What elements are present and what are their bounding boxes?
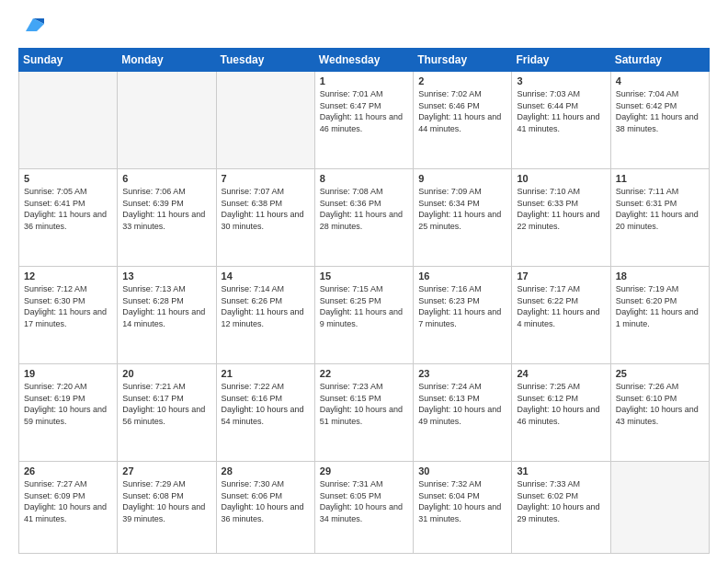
calendar-cell: 13Sunrise: 7:13 AMSunset: 6:28 PMDayligh… bbox=[118, 267, 216, 364]
day-number: 22 bbox=[320, 368, 408, 379]
day-info: Sunrise: 7:17 AMSunset: 6:22 PMDaylight:… bbox=[517, 283, 605, 329]
day-info: Sunrise: 7:06 AMSunset: 6:39 PMDaylight:… bbox=[122, 186, 210, 232]
day-info: Sunrise: 7:22 AMSunset: 6:16 PMDaylight:… bbox=[222, 381, 310, 427]
day-info: Sunrise: 7:01 AMSunset: 6:47 PMDaylight:… bbox=[320, 88, 408, 134]
day-info: Sunrise: 7:08 AMSunset: 6:36 PMDaylight:… bbox=[320, 186, 408, 232]
day-number: 13 bbox=[122, 270, 210, 282]
calendar-week-3: 19Sunrise: 7:20 AMSunset: 6:19 PMDayligh… bbox=[19, 364, 710, 462]
day-number: 6 bbox=[122, 173, 210, 184]
calendar-cell: 7Sunrise: 7:07 AMSunset: 6:38 PMDaylight… bbox=[216, 169, 314, 267]
col-header-friday: Friday bbox=[512, 49, 610, 72]
calendar-cell: 29Sunrise: 7:31 AMSunset: 6:05 PMDayligh… bbox=[314, 462, 413, 554]
calendar-cell: 4Sunrise: 7:04 AMSunset: 6:42 PMDaylight… bbox=[610, 72, 709, 169]
calendar-cell: 10Sunrise: 7:10 AMSunset: 6:33 PMDayligh… bbox=[512, 169, 610, 267]
day-number: 30 bbox=[418, 465, 506, 477]
calendar-cell: 27Sunrise: 7:29 AMSunset: 6:08 PMDayligh… bbox=[118, 462, 216, 554]
col-header-saturday: Saturday bbox=[610, 49, 709, 72]
day-number: 23 bbox=[418, 368, 506, 379]
day-info: Sunrise: 7:13 AMSunset: 6:28 PMDaylight:… bbox=[122, 283, 210, 329]
calendar-cell: 8Sunrise: 7:08 AMSunset: 6:36 PMDaylight… bbox=[314, 169, 413, 267]
day-number: 5 bbox=[24, 173, 112, 184]
calendar-cell: 23Sunrise: 7:24 AMSunset: 6:13 PMDayligh… bbox=[414, 364, 512, 462]
logo bbox=[18, 15, 48, 40]
calendar-cell: 21Sunrise: 7:22 AMSunset: 6:16 PMDayligh… bbox=[216, 364, 314, 462]
day-info: Sunrise: 7:32 AMSunset: 6:04 PMDaylight:… bbox=[418, 478, 506, 524]
page: SundayMondayTuesdayWednesdayThursdayFrid… bbox=[0, 0, 728, 563]
day-info: Sunrise: 7:19 AMSunset: 6:20 PMDaylight:… bbox=[616, 283, 704, 329]
calendar-cell: 6Sunrise: 7:06 AMSunset: 6:39 PMDaylight… bbox=[118, 169, 216, 267]
calendar-cell: 15Sunrise: 7:15 AMSunset: 6:25 PMDayligh… bbox=[314, 267, 413, 364]
day-info: Sunrise: 7:27 AMSunset: 6:09 PMDaylight:… bbox=[24, 478, 112, 524]
day-number: 20 bbox=[122, 368, 210, 379]
calendar-cell: 22Sunrise: 7:23 AMSunset: 6:15 PMDayligh… bbox=[314, 364, 413, 462]
calendar-cell: 9Sunrise: 7:09 AMSunset: 6:34 PMDaylight… bbox=[414, 169, 512, 267]
day-number: 15 bbox=[320, 270, 408, 282]
calendar-cell: 31Sunrise: 7:33 AMSunset: 6:02 PMDayligh… bbox=[512, 462, 610, 554]
day-number: 2 bbox=[418, 75, 506, 86]
day-info: Sunrise: 7:07 AMSunset: 6:38 PMDaylight:… bbox=[222, 186, 310, 232]
calendar-cell: 20Sunrise: 7:21 AMSunset: 6:17 PMDayligh… bbox=[118, 364, 216, 462]
day-number: 11 bbox=[616, 173, 704, 184]
col-header-sunday: Sunday bbox=[19, 49, 118, 72]
day-number: 4 bbox=[616, 75, 704, 86]
day-info: Sunrise: 7:30 AMSunset: 6:06 PMDaylight:… bbox=[222, 478, 310, 524]
calendar-cell: 19Sunrise: 7:20 AMSunset: 6:19 PMDayligh… bbox=[19, 364, 118, 462]
day-number: 19 bbox=[24, 368, 112, 379]
header bbox=[18, 15, 710, 40]
calendar-cell bbox=[19, 72, 118, 169]
col-header-tuesday: Tuesday bbox=[216, 49, 314, 72]
calendar-cell: 12Sunrise: 7:12 AMSunset: 6:30 PMDayligh… bbox=[19, 267, 118, 364]
day-info: Sunrise: 7:24 AMSunset: 6:13 PMDaylight:… bbox=[418, 381, 506, 427]
calendar-week-2: 12Sunrise: 7:12 AMSunset: 6:30 PMDayligh… bbox=[19, 267, 710, 364]
calendar-cell: 16Sunrise: 7:16 AMSunset: 6:23 PMDayligh… bbox=[414, 267, 512, 364]
day-info: Sunrise: 7:23 AMSunset: 6:15 PMDaylight:… bbox=[320, 381, 408, 427]
logo-icon bbox=[18, 15, 44, 40]
calendar-cell bbox=[610, 462, 709, 554]
day-number: 16 bbox=[418, 270, 506, 282]
day-info: Sunrise: 7:02 AMSunset: 6:46 PMDaylight:… bbox=[418, 88, 506, 134]
col-header-monday: Monday bbox=[118, 49, 216, 72]
day-info: Sunrise: 7:31 AMSunset: 6:05 PMDaylight:… bbox=[320, 478, 408, 524]
day-info: Sunrise: 7:11 AMSunset: 6:31 PMDaylight:… bbox=[616, 186, 704, 232]
day-number: 7 bbox=[222, 173, 310, 184]
calendar-cell: 11Sunrise: 7:11 AMSunset: 6:31 PMDayligh… bbox=[610, 169, 709, 267]
day-info: Sunrise: 7:21 AMSunset: 6:17 PMDaylight:… bbox=[122, 381, 210, 427]
calendar-cell: 17Sunrise: 7:17 AMSunset: 6:22 PMDayligh… bbox=[512, 267, 610, 364]
day-number: 26 bbox=[24, 465, 112, 477]
day-number: 24 bbox=[517, 368, 605, 379]
calendar-table: SundayMondayTuesdayWednesdayThursdayFrid… bbox=[18, 48, 710, 554]
calendar-header-row: SundayMondayTuesdayWednesdayThursdayFrid… bbox=[19, 49, 710, 72]
day-number: 10 bbox=[517, 173, 605, 184]
day-info: Sunrise: 7:16 AMSunset: 6:23 PMDaylight:… bbox=[418, 283, 506, 329]
day-info: Sunrise: 7:04 AMSunset: 6:42 PMDaylight:… bbox=[616, 88, 704, 134]
day-info: Sunrise: 7:14 AMSunset: 6:26 PMDaylight:… bbox=[222, 283, 310, 329]
day-number: 18 bbox=[616, 270, 704, 282]
day-number: 25 bbox=[616, 368, 704, 379]
calendar-cell: 3Sunrise: 7:03 AMSunset: 6:44 PMDaylight… bbox=[512, 72, 610, 169]
day-number: 1 bbox=[320, 75, 408, 86]
calendar-cell: 30Sunrise: 7:32 AMSunset: 6:04 PMDayligh… bbox=[414, 462, 512, 554]
day-number: 31 bbox=[517, 465, 605, 477]
day-info: Sunrise: 7:03 AMSunset: 6:44 PMDaylight:… bbox=[517, 88, 605, 134]
day-number: 8 bbox=[320, 173, 408, 184]
day-number: 29 bbox=[320, 465, 408, 477]
day-number: 12 bbox=[24, 270, 112, 282]
day-info: Sunrise: 7:26 AMSunset: 6:10 PMDaylight:… bbox=[616, 381, 704, 427]
col-header-wednesday: Wednesday bbox=[314, 49, 413, 72]
day-number: 28 bbox=[222, 465, 310, 477]
day-number: 27 bbox=[122, 465, 210, 477]
day-info: Sunrise: 7:09 AMSunset: 6:34 PMDaylight:… bbox=[418, 186, 506, 232]
calendar-cell: 25Sunrise: 7:26 AMSunset: 6:10 PMDayligh… bbox=[610, 364, 709, 462]
calendar-week-0: 1Sunrise: 7:01 AMSunset: 6:47 PMDaylight… bbox=[19, 72, 710, 169]
day-info: Sunrise: 7:25 AMSunset: 6:12 PMDaylight:… bbox=[517, 381, 605, 427]
day-info: Sunrise: 7:29 AMSunset: 6:08 PMDaylight:… bbox=[122, 478, 210, 524]
calendar-cell: 1Sunrise: 7:01 AMSunset: 6:47 PMDaylight… bbox=[314, 72, 413, 169]
day-number: 3 bbox=[517, 75, 605, 86]
calendar-week-1: 5Sunrise: 7:05 AMSunset: 6:41 PMDaylight… bbox=[19, 169, 710, 267]
calendar-cell bbox=[216, 72, 314, 169]
calendar-cell: 26Sunrise: 7:27 AMSunset: 6:09 PMDayligh… bbox=[19, 462, 118, 554]
day-info: Sunrise: 7:15 AMSunset: 6:25 PMDaylight:… bbox=[320, 283, 408, 329]
day-info: Sunrise: 7:05 AMSunset: 6:41 PMDaylight:… bbox=[24, 186, 112, 232]
calendar-cell: 2Sunrise: 7:02 AMSunset: 6:46 PMDaylight… bbox=[414, 72, 512, 169]
day-number: 9 bbox=[418, 173, 506, 184]
